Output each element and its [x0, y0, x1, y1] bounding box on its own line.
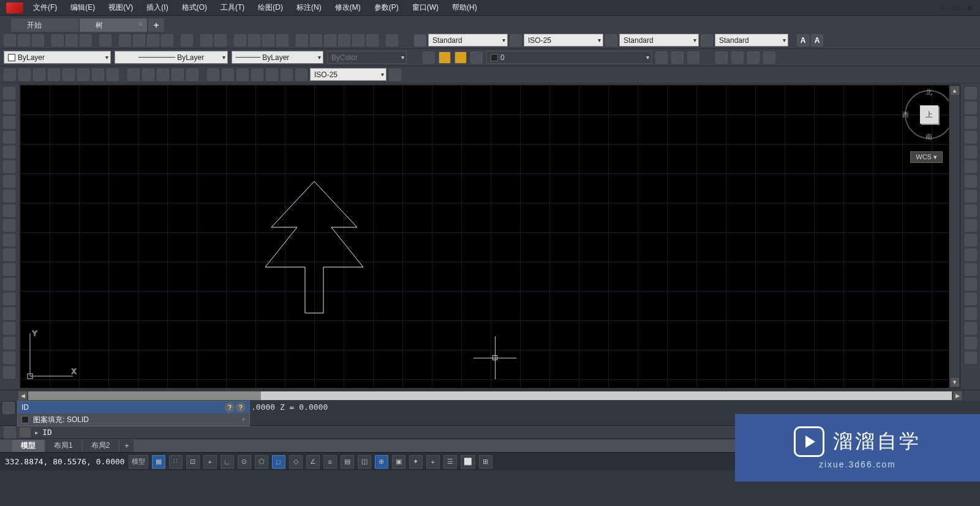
dimstyle-icon[interactable]	[510, 34, 522, 47]
layer-dropdown[interactable]: 0▾	[486, 51, 652, 64]
mlstyle-icon[interactable]	[701, 34, 713, 47]
scroll-right-icon[interactable]: ▶	[953, 391, 962, 400]
ortho-toggle[interactable]: ∟	[221, 455, 234, 469]
linetype-dropdown[interactable]: ByLayer▾	[115, 51, 228, 64]
textstyle-icon[interactable]	[414, 34, 426, 47]
break-at-icon[interactable]	[965, 249, 977, 261]
help-icon[interactable]	[386, 34, 398, 47]
sheetset-icon[interactable]	[338, 34, 350, 47]
ellipse-icon[interactable]	[3, 219, 15, 232]
undo-icon[interactable]	[200, 34, 213, 47]
designcenter-icon[interactable]	[310, 34, 322, 47]
menu-insert[interactable]: 插入(I)	[144, 1, 170, 14]
autocomplete-item-id[interactable]: ID ??	[18, 401, 249, 413]
region-icon[interactable]	[3, 322, 15, 334]
save-icon[interactable]	[32, 34, 44, 47]
point-icon[interactable]	[3, 278, 15, 290]
extend-icon[interactable]	[965, 234, 977, 246]
scroll-down-icon[interactable]: ▼	[951, 378, 959, 387]
3dprint-icon[interactable]	[99, 34, 111, 47]
dim-baseline-icon[interactable]	[142, 69, 154, 81]
scale-icon[interactable]	[965, 190, 977, 202]
ellipse-arc-icon[interactable]	[3, 234, 15, 246]
calc-icon[interactable]	[366, 34, 379, 47]
dyn-input-toggle[interactable]: +	[203, 455, 217, 469]
close-icon[interactable]: ✕	[964, 4, 975, 12]
layout-tab-new[interactable]: +	[119, 440, 134, 452]
publish-icon[interactable]	[80, 34, 92, 47]
view-cube[interactable]: 上 北 南 东 西	[905, 90, 954, 139]
wcs-dropdown[interactable]: WCS ▾	[910, 151, 943, 163]
join-icon[interactable]	[965, 278, 977, 290]
menu-param[interactable]: 参数(P)	[372, 1, 401, 14]
layer-iso-icon[interactable]	[687, 51, 699, 64]
annomonitor-toggle[interactable]: +	[426, 455, 440, 469]
fillet-icon[interactable]	[965, 308, 977, 320]
dim-break-icon[interactable]	[186, 69, 198, 81]
viewcube-top[interactable]: 上	[920, 105, 938, 124]
rectangle-icon[interactable]	[3, 146, 15, 158]
plotstyle-dropdown[interactable]: ByColor▾	[327, 51, 407, 64]
redo-icon[interactable]	[214, 34, 227, 47]
dimtedit-icon[interactable]	[281, 69, 293, 81]
dimedit-icon[interactable]	[266, 69, 278, 81]
vertical-scrollbar[interactable]: ▲ ▼	[949, 85, 960, 388]
pan-icon[interactable]	[234, 34, 246, 47]
menu-dim[interactable]: 标注(N)	[294, 1, 324, 14]
blend-icon[interactable]	[965, 322, 977, 334]
construction-line-icon[interactable]	[3, 102, 15, 114]
dim-linear-icon[interactable]	[4, 69, 16, 81]
dimstyle-dropdown[interactable]: ISO-25▾	[524, 34, 603, 47]
layer-on-icon[interactable]	[439, 51, 451, 64]
toolpalette-icon[interactable]	[324, 34, 336, 47]
file-tab-close-icon[interactable]: ✕	[138, 20, 143, 28]
layout-tab-1[interactable]: 布局1	[45, 440, 81, 452]
dim-ordinate-icon[interactable]	[48, 69, 60, 81]
3dosnap-toggle[interactable]: ◇	[289, 455, 303, 469]
hscroll-thumb[interactable]	[28, 391, 261, 400]
menu-tools[interactable]: 工具(T)	[218, 1, 247, 14]
dim-radius-icon[interactable]	[62, 69, 75, 81]
gradient-icon[interactable]	[3, 308, 15, 320]
cut-icon[interactable]	[119, 34, 131, 47]
hatch-icon[interactable]	[3, 293, 15, 305]
3d-toggle[interactable]: ⬜	[461, 455, 475, 469]
new-icon[interactable]	[4, 34, 16, 47]
tablestyle-icon[interactable]	[605, 34, 617, 47]
joglinear-icon[interactable]	[251, 69, 263, 81]
print-icon[interactable]	[51, 34, 64, 47]
mtext-a-icon[interactable]: A	[797, 34, 809, 47]
offset-icon[interactable]	[965, 131, 977, 143]
hscroll-track[interactable]	[28, 391, 952, 400]
menu-format[interactable]: 格式(O)	[179, 1, 209, 14]
zoom-window-icon[interactable]	[262, 34, 274, 47]
scroll-up-icon[interactable]: ▲	[951, 86, 959, 95]
break-icon[interactable]	[965, 263, 977, 276]
mlstyle-dropdown[interactable]: Standard▾	[715, 34, 788, 47]
plot-preview-icon[interactable]	[66, 34, 78, 47]
addselected-icon[interactable]	[3, 366, 15, 379]
polygon-icon[interactable]	[3, 131, 15, 143]
circle-icon[interactable]	[3, 175, 15, 187]
lineweight-toggle[interactable]: ≡	[323, 455, 337, 469]
layout-tab-model[interactable]: 模型	[12, 440, 44, 452]
file-tab-tree[interactable]: 树 ✕	[80, 18, 147, 32]
file-tab-start[interactable]: 开始	[11, 18, 78, 32]
drawing-canvas[interactable]: Y X 上 北 南 东 西 WCS ▾ ▲ ▼	[20, 85, 960, 388]
dim-jogged-icon[interactable]	[77, 69, 89, 81]
infer-toggle[interactable]: ⊡	[186, 455, 200, 469]
layer-freeze-icon[interactable]	[454, 51, 467, 64]
stretch-icon[interactable]	[965, 205, 977, 217]
erase-icon[interactable]	[965, 87, 977, 99]
zoom-prev-icon[interactable]	[276, 34, 288, 47]
lineweight-dropdown[interactable]: ByLayer▾	[232, 51, 323, 64]
menu-draw[interactable]: 绘图(D)	[255, 1, 285, 14]
snap-toggle[interactable]: ∷	[169, 455, 183, 469]
polar-toggle[interactable]: ⊙	[238, 455, 251, 469]
cmd-options-icon[interactable]	[4, 426, 16, 439]
inspect-icon[interactable]	[236, 69, 249, 81]
textstyle-dropdown[interactable]: Standard▾	[428, 34, 508, 47]
layer-state-icon[interactable]	[671, 51, 684, 64]
qprops-toggle[interactable]: ☰	[443, 455, 457, 469]
tolerance-icon[interactable]	[207, 69, 219, 81]
